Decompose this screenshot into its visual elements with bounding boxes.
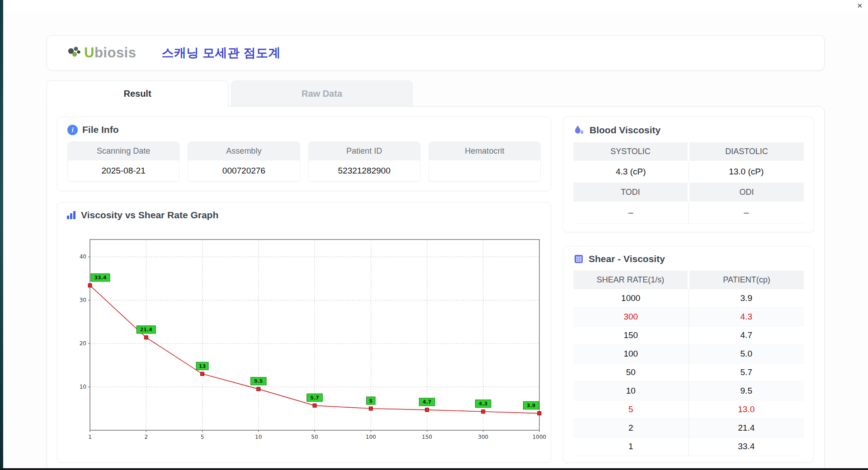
table-row: 1005.0 <box>573 345 804 363</box>
ubiosis-logo: Ubiosis <box>66 45 136 61</box>
sv-patient-cell: 4.3 <box>689 308 804 326</box>
sv-shear-cell: 150 <box>573 326 689 345</box>
bv-header-cell: DIASTOLIC <box>689 142 804 161</box>
sv-shear-cell: 5 <box>573 400 689 419</box>
file-info-field-patient-id: Patient ID52321282900 <box>308 141 420 182</box>
shear-viscosity-title: Shear - Viscosity <box>589 254 665 264</box>
bv-value-cell: 4.3 (cP) <box>573 161 689 183</box>
svg-text:21.4: 21.4 <box>140 327 152 333</box>
sv-patient-cell: 3.9 <box>689 289 804 308</box>
field-value: 52321282900 <box>309 160 420 181</box>
sv-patient-cell: 21.4 <box>689 419 804 437</box>
page-title: 스캐닝 모세관 점도계 <box>161 45 281 61</box>
table-row: 109.5 <box>573 382 804 400</box>
bv-header-cell: TODI <box>573 183 689 202</box>
blood-viscosity-title: Blood Viscosity <box>590 125 660 136</box>
bv-header-cell: SYSTOLIC <box>573 142 689 161</box>
svg-text:5.7: 5.7 <box>310 395 319 401</box>
table-row: 133.4 <box>573 437 804 456</box>
field-label: Assembly <box>188 142 299 160</box>
field-value: 000720276 <box>188 160 299 181</box>
bv-value-row: 4.3 (cP)13.0 (cP) <box>573 161 804 183</box>
file-info-title: File Info <box>82 124 119 135</box>
app-content: Ubiosis 스캐닝 모세관 점도계 Result Raw Data i Fi… <box>3 12 868 468</box>
field-label: Patient ID <box>309 142 420 160</box>
tab-bar: Result Raw Data <box>47 80 825 106</box>
sv-shear-cell: 2 <box>573 419 689 437</box>
desktop-edge-bottom <box>0 468 868 470</box>
tab-result[interactable]: Result <box>47 80 228 106</box>
sv-shear-cell: 1000 <box>573 289 689 308</box>
sv-shear-cell: 10 <box>573 382 689 400</box>
shear-viscosity-table: SHEAR RATE(1/s)PATIENT(cp)10003.93004.31… <box>573 271 804 456</box>
file-info-fields: Scanning Date2025-08-21Assembly000720276… <box>67 141 541 182</box>
shear-viscosity-card: Shear - Viscosity SHEAR RATE(1/s)PATIENT… <box>563 246 814 463</box>
blood-viscosity-card: Blood Viscosity SYSTOLICDIASTOLIC4.3 (cP… <box>563 117 814 232</box>
svg-text:2: 2 <box>144 434 148 440</box>
file-info-card: i File Info Scanning Date2025-08-21Assem… <box>57 117 551 191</box>
grid-table-icon <box>573 254 584 264</box>
svg-text:1: 1 <box>88 434 92 440</box>
sv-shear-cell: 100 <box>573 345 689 363</box>
sv-patient-cell: 33.4 <box>689 437 804 456</box>
window-titlebar: ✕ <box>3 0 868 12</box>
graph-header: Viscosity vs Shear Rate Graph <box>66 210 542 221</box>
svg-text:50: 50 <box>311 434 318 440</box>
close-icon[interactable]: ✕ <box>857 1 863 10</box>
bv-header-row: SYSTOLICDIASTOLIC <box>573 142 804 161</box>
table-row: 221.4 <box>573 419 804 437</box>
sv-patient-cell: 9.5 <box>689 382 804 400</box>
left-column: i File Info Scanning Date2025-08-21Assem… <box>57 117 551 463</box>
svg-text:40: 40 <box>80 254 86 260</box>
sv-header-cell: SHEAR RATE(1/s) <box>573 271 689 289</box>
bv-value-cell: – <box>573 202 689 224</box>
table-row: 505.7 <box>573 363 804 382</box>
table-row: 513.0 <box>573 400 804 419</box>
desktop-edge-left <box>0 0 3 470</box>
viscosity-chart: 102030401251050100150300100033.421.4139.… <box>67 227 547 446</box>
sv-shear-cell: 300 <box>573 308 689 326</box>
svg-text:4.3: 4.3 <box>479 401 488 407</box>
svg-text:150: 150 <box>422 434 432 440</box>
logo-dots-icon <box>66 45 83 61</box>
field-value <box>429 160 540 181</box>
bar-chart-icon <box>66 210 76 221</box>
sv-patient-cell: 5.0 <box>689 345 804 363</box>
svg-text:10: 10 <box>80 384 86 390</box>
svg-text:4.7: 4.7 <box>423 399 432 405</box>
droplet-icon <box>573 124 585 136</box>
svg-text:10: 10 <box>255 434 262 440</box>
header-card: Ubiosis 스캐닝 모세관 점도계 <box>47 35 825 70</box>
bv-header-cell: ODI <box>689 183 804 202</box>
viscosity-chart-container: 102030401251050100150300100033.421.4139.… <box>66 227 542 448</box>
logo-text: Ubiosis <box>84 45 136 61</box>
field-value: 2025-08-21 <box>68 160 179 181</box>
tab-raw-data[interactable]: Raw Data <box>231 80 413 106</box>
svg-text:30: 30 <box>80 297 86 303</box>
sv-patient-cell: 13.0 <box>689 400 804 419</box>
graph-card: Viscosity vs Shear Rate Graph 1020304012… <box>57 202 551 463</box>
table-row: 1504.7 <box>573 326 804 345</box>
svg-text:5: 5 <box>201 434 204 440</box>
field-label: Hematocrit <box>429 142 540 160</box>
file-info-field-hematocrit: Hematocrit <box>429 141 541 182</box>
svg-text:13: 13 <box>199 363 206 369</box>
svg-text:1000: 1000 <box>533 434 547 440</box>
svg-text:100: 100 <box>366 434 376 440</box>
bv-value-row: –– <box>573 202 804 224</box>
info-icon: i <box>67 125 78 135</box>
svg-text:300: 300 <box>478 434 488 440</box>
result-panel: i File Info Scanning Date2025-08-21Assem… <box>47 106 825 470</box>
blood-viscosity-table: SYSTOLICDIASTOLIC4.3 (cP)13.0 (cP)TODIOD… <box>573 142 804 224</box>
sv-header-row: SHEAR RATE(1/s)PATIENT(cp) <box>573 271 804 289</box>
svg-text:33.4: 33.4 <box>94 275 106 281</box>
file-info-field-assembly: Assembly000720276 <box>188 141 300 182</box>
graph-title: Viscosity vs Shear Rate Graph <box>81 210 218 221</box>
bv-header-row: TODIODI <box>573 183 804 202</box>
svg-text:20: 20 <box>80 340 86 347</box>
sv-patient-cell: 5.7 <box>689 363 804 382</box>
table-row: 10003.9 <box>573 289 804 308</box>
svg-text:3.9: 3.9 <box>527 403 536 409</box>
sv-patient-cell: 4.7 <box>689 326 804 345</box>
right-column: Blood Viscosity SYSTOLICDIASTOLIC4.3 (cP… <box>563 117 814 463</box>
